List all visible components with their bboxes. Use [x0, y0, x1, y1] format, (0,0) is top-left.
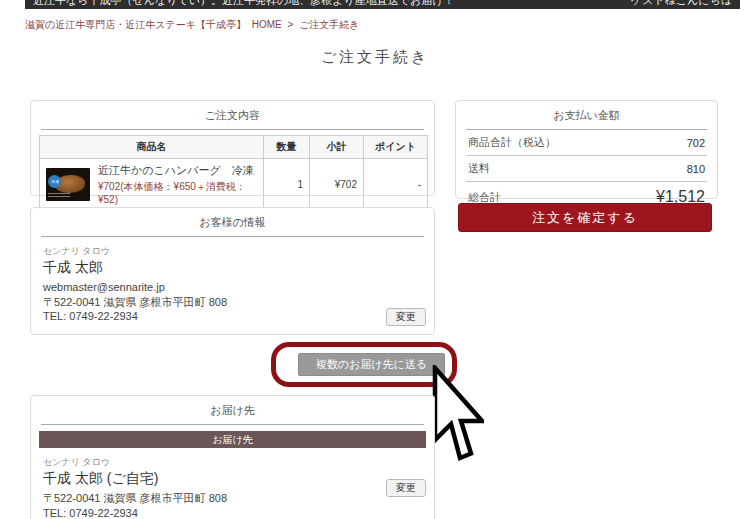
col-header-points: ポイント	[364, 136, 428, 159]
order-contents-panel: ご注文内容 商品名 数量 小計 ポイント 冷凍	[30, 100, 435, 196]
delivery-tel: TEL: 0749-22-2934	[43, 506, 422, 519]
breadcrumb-home-link[interactable]: HOME	[252, 19, 282, 30]
customer-name: 千成 太郎	[43, 259, 422, 277]
item-quantity: 1	[264, 159, 310, 210]
order-items-table: 商品名 数量 小計 ポイント 冷凍	[39, 135, 428, 210]
customer-address: 〒522-0041 滋賀県 彦根市平田町 808	[43, 295, 422, 310]
delivery-name: 千成 太郎 (ご自宅)	[43, 470, 422, 488]
frozen-badge-icon: 冷凍	[48, 175, 61, 188]
product-name: 近江牛かのこハンバーグ 冷凍	[98, 163, 257, 178]
delivery-title: お届け先	[41, 396, 424, 425]
item-total-value: 702	[687, 137, 705, 149]
customer-kana: センナリ タロウ	[43, 245, 422, 258]
order-item-row: 冷凍 近江牛かのこハンバーグ 冷凍 ¥702(本体価格：¥650＋消費税：¥52…	[40, 159, 428, 210]
delivery-kana: センナリ タロウ	[43, 456, 422, 469]
item-points: -	[364, 159, 428, 210]
order-contents-title: ご注文内容	[41, 101, 424, 130]
order-table-header-row: 商品名 数量 小計 ポイント	[40, 136, 428, 159]
site-tagline: 近江牛なら千成亭（せんなりてい）。近江牛発祥の地、彦根より産地直送でお届け！	[33, 0, 455, 9]
product-price: ¥702(本体価格：¥650＋消費税：¥52)	[98, 180, 257, 205]
payment-row-shipping: 送料 810	[466, 156, 707, 182]
customer-info-panel: お客様の情報 センナリ タロウ 千成 太郎 webmaster@sennarit…	[30, 207, 435, 335]
payment-panel: お支払い金額 商品合計（税込） 702 送料 810 総合計 ¥1,512	[455, 100, 718, 199]
payment-title: お支払い金額	[466, 101, 707, 130]
item-subtotal: ¥702	[310, 159, 364, 210]
delivery-panel: お届け先 お届け先 センナリ タロウ 千成 太郎 (ご自宅) 〒522-0041…	[30, 395, 435, 519]
confirm-order-button[interactable]: 注文を確定する	[458, 203, 712, 232]
cursor-arrow-icon	[430, 365, 484, 465]
guest-greeting: ゲスト様こんにちは	[631, 0, 732, 9]
breadcrumb: 滋賀の近江牛専門店・近江牛ステーキ【千成亭】 HOME > ご注文手続き	[25, 18, 363, 32]
product-thumbnail: 冷凍	[46, 168, 90, 201]
breadcrumb-current: ご注文手続き	[299, 19, 359, 30]
customer-info-title: お客様の情報	[41, 208, 424, 237]
shipping-fee-value: 810	[687, 163, 705, 175]
delivery-address: 〒522-0041 滋賀県 彦根市平田町 808	[43, 491, 422, 506]
payment-row-item-total: 商品合計（税込） 702	[466, 130, 707, 156]
customer-tel: TEL: 0749-22-2934	[43, 309, 422, 324]
checkout-page: 近江牛なら千成亭（せんなりてい）。近江牛発祥の地、彦根より産地直送でお届け！ ゲ…	[0, 0, 750, 519]
shipping-fee-label: 送料	[468, 161, 490, 176]
col-header-qty: 数量	[264, 136, 310, 159]
delivery-change-button[interactable]: 変更	[386, 479, 426, 497]
customer-change-button[interactable]: 変更	[386, 308, 426, 326]
customer-email: webmaster@sennarite.jp	[43, 280, 422, 295]
delivery-destination-bar: お届け先	[39, 431, 426, 448]
item-total-label: 商品合計（税込）	[468, 135, 556, 150]
page-title: ご注文手続き	[0, 48, 750, 67]
thumbnail-caption-lines	[48, 193, 70, 199]
breadcrumb-separator: >	[288, 19, 294, 30]
breadcrumb-site-link[interactable]: 滋賀の近江牛専門店・近江牛ステーキ【千成亭】	[25, 19, 246, 30]
site-topbar: 近江牛なら千成亭（せんなりてい）。近江牛発祥の地、彦根より産地直送でお届け！ ゲ…	[25, 0, 740, 9]
col-header-product: 商品名	[40, 136, 264, 159]
col-header-subtotal: 小計	[310, 136, 364, 159]
multi-address-button[interactable]: 複数のお届け先に送る	[298, 353, 445, 376]
